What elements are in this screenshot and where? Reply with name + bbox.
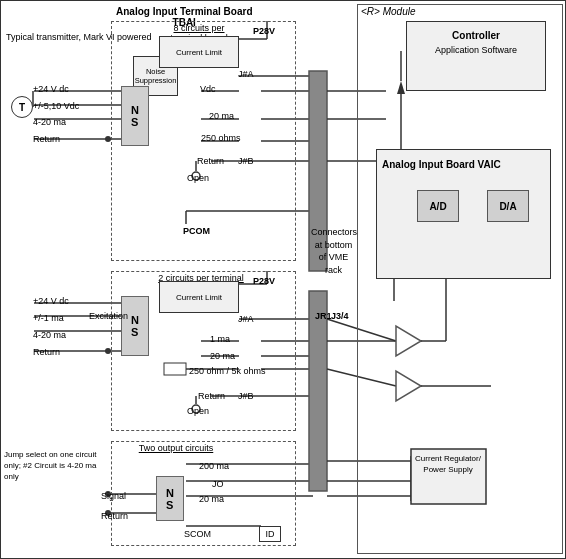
ma20-bot-label: 20 ma bbox=[199, 494, 224, 504]
ma420-top-label: 4-20 ma bbox=[33, 117, 66, 127]
scom-label: SCOM bbox=[184, 529, 211, 539]
vaic-title: Analog Input Board VAIC bbox=[382, 158, 545, 172]
transmitter-label: Typical transmitter, Mark VI powered bbox=[6, 31, 152, 44]
return-bot-label: Return bbox=[101, 511, 128, 521]
vaic-box: Analog Input Board VAIC A/D D/A bbox=[376, 149, 551, 279]
return-mid-label: Return bbox=[33, 347, 60, 357]
ns-box-mid: NS bbox=[121, 296, 149, 356]
jha-mid-label: J#A bbox=[238, 314, 254, 324]
jhb-top-label: J#B bbox=[238, 156, 254, 166]
open-mid-label: Open bbox=[187, 406, 209, 416]
return-top-label: Return bbox=[33, 134, 60, 144]
jo-label: JO bbox=[212, 479, 224, 489]
j34-label: J3/4 bbox=[331, 311, 349, 321]
jump-select-label: Jump select on one circuit only; #2 Circ… bbox=[4, 449, 104, 483]
signal-bot-label: Signal bbox=[101, 491, 126, 501]
ad-box: A/D bbox=[417, 190, 459, 222]
r-module-label: <R> Module bbox=[361, 6, 415, 17]
controller-box: Controller Application Software bbox=[406, 21, 546, 91]
main-container: Analog Input Terminal Board TBAI 8 circu… bbox=[0, 0, 566, 559]
circuits-bot-label: Two output circuits bbox=[121, 443, 231, 453]
svg-rect-56 bbox=[309, 291, 327, 491]
ma200-label: 200 ma bbox=[199, 461, 229, 471]
p28v-mid-label: P28V bbox=[253, 276, 275, 286]
ns-box-bot: NS bbox=[156, 476, 184, 521]
return-jhb-label: Return bbox=[197, 156, 224, 166]
ma20-mid-label: 20 ma bbox=[210, 351, 235, 361]
ma1-label: 1 ma bbox=[210, 334, 230, 344]
ns-box-top: NS bbox=[121, 86, 149, 146]
controller-title: Controller bbox=[407, 30, 545, 41]
v24-mid-label: +24 V dc bbox=[33, 296, 69, 306]
v10-top-label: +/-5,10 Vdc bbox=[33, 101, 79, 111]
jr1-label: JR1 bbox=[315, 311, 332, 321]
jhb-mid-label: J#B bbox=[238, 391, 254, 401]
tbai-title-text: Analog Input Terminal Board bbox=[116, 6, 252, 17]
ohms250-top-label: 250 ohms bbox=[201, 133, 241, 143]
current-limit-mid-box: Current Limit bbox=[159, 281, 239, 313]
current-regulator-label: Current Regulator/ Power Supply bbox=[413, 453, 483, 475]
p28v-top-label: P28V bbox=[253, 26, 275, 36]
ma20-top-label: 20 ma bbox=[209, 111, 234, 121]
transmitter-circle: T bbox=[11, 96, 33, 118]
ma420-mid-label: 4-20 ma bbox=[33, 330, 66, 340]
v24-top-label: +24 V dc bbox=[33, 84, 69, 94]
open-top-label: Open bbox=[187, 173, 209, 183]
app-software-label: Application Software bbox=[407, 45, 545, 55]
ohm5k-label: 250 ohm / 5k ohms bbox=[189, 366, 266, 376]
excitation-label: Excitation bbox=[89, 311, 128, 321]
current-limit-top-box: Current Limit bbox=[159, 36, 239, 68]
v1ma-mid-label: +/-1 ma bbox=[33, 313, 64, 323]
return-mid-label2: Return bbox=[198, 391, 225, 401]
pcom-label: PCOM bbox=[183, 226, 210, 236]
da-box: D/A bbox=[487, 190, 529, 222]
connectors-label: Connectors at bottom of VME rack bbox=[311, 226, 356, 276]
id-box: ID bbox=[259, 526, 281, 542]
jha-top-label: J#A bbox=[238, 69, 254, 79]
vdc-label: Vdc bbox=[200, 84, 216, 94]
